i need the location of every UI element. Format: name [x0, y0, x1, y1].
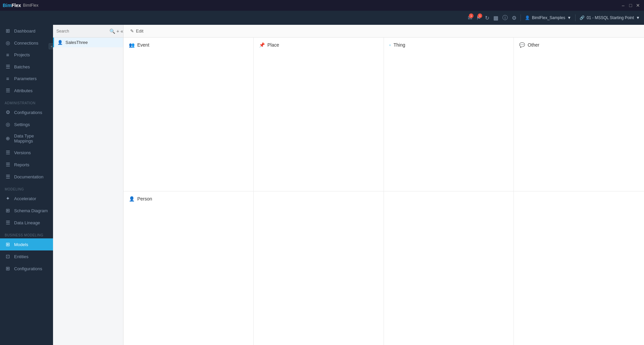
left-panel-toolbar: 🔍 + « [53, 25, 123, 38]
sidebar-item-label: Documentation [14, 174, 43, 179]
versions-icon: ☰ [5, 150, 11, 156]
edit-icon: ✎ [130, 28, 134, 34]
alert-badge: 1 [478, 13, 482, 18]
sidebar-item-label: Data Lineage [14, 220, 40, 225]
user-icon: 👤 [525, 15, 530, 20]
person-icon: 👤 [129, 196, 135, 202]
top-bar: ✉ 1 ⚑ 1 ↻ ▩ ⓘ ⚙ 👤 BimlFlex_Samples ▼ 🔗 0… [0, 11, 644, 25]
entities-icon: ⊡ [5, 253, 11, 260]
entity-header-person: 👤 Person [129, 196, 248, 202]
sidebar-item-biz-configurations[interactable]: ⊞ Configurations [0, 263, 53, 275]
sidebar-item-label: Dashboard [14, 28, 36, 34]
left-panel: 🔍 + « 👤 SalesThree [53, 25, 123, 345]
main-container: « ⊞ Dashboard ◎ Connections ≡ Projects ☰… [0, 25, 644, 345]
empty-cell-r2c3 [384, 191, 514, 345]
sidebar-item-label: Settings [14, 122, 30, 127]
sidebar-item-parameters[interactable]: ≡ Parameters [0, 73, 53, 84]
models-icon: ⊞ [5, 241, 11, 247]
connection-chevron-icon: ▼ [636, 15, 640, 20]
help-icon[interactable]: ⓘ [502, 14, 508, 21]
minimize-button[interactable]: – [620, 2, 627, 9]
connections-icon: ◎ [5, 40, 11, 46]
sidebar-item-attributes[interactable]: ☰ Attributes [0, 84, 53, 97]
projects-icon: ≡ [5, 52, 11, 58]
edit-button[interactable]: ✎ Edit [128, 27, 146, 35]
sidebar-item-connections[interactable]: ◎ Connections [0, 37, 53, 49]
entity-label-person: Person [137, 196, 152, 202]
documentation-icon: ☰ [5, 174, 11, 180]
search-input[interactable] [55, 28, 108, 34]
model-name: SalesThree [65, 40, 88, 45]
other-icon: 💬 [519, 42, 525, 48]
entity-header-thing: ▫ Thing [389, 42, 508, 48]
settings-icon: ◎ [5, 121, 11, 127]
sidebar-item-entities[interactable]: ⊡ Entities [0, 250, 53, 263]
separator-1 [521, 14, 521, 21]
sidebar-item-models[interactable]: ⊞ Models [0, 238, 53, 250]
entities-grid: 👥 Event 📌 Place ▫ Thing [123, 38, 644, 345]
maximize-button[interactable]: □ [627, 2, 634, 9]
sidebar-item-label: Batches [14, 64, 30, 69]
entity-cell-event[interactable]: 👥 Event [123, 38, 254, 191]
settings-top-icon[interactable]: ⚙ [512, 15, 516, 21]
connection-name: 01 - MSSQL Starting Point [587, 15, 634, 20]
content-area: 🔍 + « 👤 SalesThree ✎ Edit [53, 25, 644, 345]
connection-selector[interactable]: 🔗 01 - MSSQL Starting Point ▼ [580, 15, 640, 20]
sidebar-item-documentation[interactable]: ☰ Documentation [0, 171, 53, 183]
sidebar-item-data-lineage[interactable]: ☰ Data Lineage [0, 217, 53, 229]
sidebar-item-label: Configurations [14, 266, 42, 271]
sidebar-item-label: Accelerator [14, 196, 36, 201]
attributes-icon: ☰ [5, 88, 11, 94]
empty-cell-r2c4 [514, 191, 644, 345]
sidebar-item-label: Configurations [14, 110, 42, 115]
model-list-item[interactable]: 👤 SalesThree [53, 38, 123, 47]
entity-label-place: Place [267, 42, 279, 48]
sidebar-item-configurations[interactable]: ⚙ Configurations [0, 106, 53, 118]
notification-badge: 1 [469, 13, 474, 18]
connection-icon: 🔗 [580, 15, 585, 20]
sidebar-item-label: Connections [14, 41, 38, 46]
notifications-icon[interactable]: ✉ 1 [468, 15, 472, 21]
admin-section-label: ADMINISTRATION [0, 97, 53, 106]
user-selector[interactable]: 👤 BimlFlex_Samples ▼ [525, 15, 571, 20]
title-bar: BimFlex BimlFlex – □ ✕ [0, 0, 644, 11]
sidebar-item-versions[interactable]: ☰ Versions [0, 147, 53, 159]
sidebar-collapse-button[interactable]: « [49, 43, 53, 49]
entity-label-event: Event [137, 42, 149, 48]
edit-label: Edit [136, 28, 143, 34]
title-bar-left: BimFlex BimlFlex [3, 3, 38, 8]
entity-header-place: 📌 Place [259, 42, 378, 48]
sidebar-item-data-type-mappings[interactable]: ⊕ Data Type Mappings [0, 130, 53, 147]
sidebar-item-settings[interactable]: ◎ Settings [0, 118, 53, 130]
add-model-button[interactable]: + [116, 27, 119, 35]
entity-cell-other[interactable]: 💬 Other [514, 38, 644, 191]
sidebar-item-batches[interactable]: ☰ Batches [0, 61, 53, 73]
sidebar-item-accelerator[interactable]: ✦ Accelerator [0, 192, 53, 205]
entity-cell-place[interactable]: 📌 Place [254, 38, 384, 191]
search-button[interactable]: 🔍 [109, 27, 115, 35]
dashboard-icon: ⊞ [5, 28, 11, 34]
empty-cell-r2c2 [254, 191, 384, 345]
parameters-icon: ≡ [5, 76, 11, 81]
refresh-icon[interactable]: ↻ [485, 15, 489, 21]
alerts-icon[interactable]: ⚑ 1 [476, 15, 481, 21]
sidebar-item-reports[interactable]: ☰ Reports [0, 159, 53, 171]
logo-flex: Flex [11, 3, 21, 8]
schema-diagram-icon: ⊞ [5, 208, 11, 214]
chart-icon[interactable]: ▩ [493, 15, 498, 21]
sidebar-item-schema-diagram[interactable]: ⊞ Schema Diagram [0, 205, 53, 217]
sidebar-item-label: Attributes [14, 88, 33, 93]
entity-header-event: 👥 Event [129, 42, 248, 48]
data-lineage-icon: ☰ [5, 220, 11, 226]
entity-header-other: 💬 Other [519, 42, 639, 48]
close-button[interactable]: ✕ [635, 2, 641, 9]
collapse-panel-button[interactable]: « [120, 27, 123, 35]
entity-cell-thing[interactable]: ▫ Thing [384, 38, 514, 191]
sidebar-item-dashboard[interactable]: ⊞ Dashboard [0, 25, 53, 37]
entity-label-other: Other [528, 42, 539, 48]
entity-label-thing: Thing [393, 42, 405, 48]
configurations-icon: ⚙ [5, 109, 11, 115]
batches-icon: ☰ [5, 64, 11, 70]
sidebar-item-projects[interactable]: ≡ Projects [0, 49, 53, 61]
entity-cell-person[interactable]: 👤 Person [123, 191, 254, 345]
